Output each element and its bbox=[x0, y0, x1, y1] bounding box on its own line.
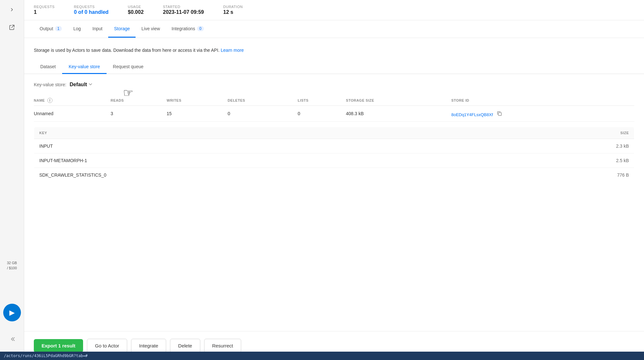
table-row: Unnamed 3 15 0 0 408.3 kB 8oEDq1Y4FLsxQB… bbox=[34, 106, 634, 122]
tab-live-view-label: Live view bbox=[141, 26, 160, 31]
kv-table-row: SDK_CRAWLER_STATISTICS_0 776 B bbox=[34, 168, 634, 182]
stats-row: REQUESTS 1 REQUESTS 0 of 0 handled USAGE… bbox=[24, 0, 644, 20]
sub-tab-request-queue[interactable]: Request queue bbox=[107, 60, 150, 74]
kv-cell-size: 2.3 kB bbox=[496, 139, 634, 153]
run-button[interactable]: ▶ bbox=[3, 304, 21, 321]
sidebar-collapse-button[interactable] bbox=[3, 334, 21, 344]
stat-handled: REQUESTS 0 of 0 handled bbox=[74, 5, 109, 15]
kv-cell-size: 776 B bbox=[496, 168, 634, 182]
sub-tab-request-queue-label: Request queue bbox=[113, 64, 144, 69]
tab-output[interactable]: Output 1 bbox=[34, 20, 68, 38]
stat-duration-label: DURATION bbox=[223, 5, 243, 9]
tab-input-label: Input bbox=[92, 26, 102, 31]
tab-output-label: Output bbox=[40, 26, 53, 31]
kv-cell-key: INPUT-METAMORPH-1 bbox=[34, 153, 496, 168]
tab-log[interactable]: Log bbox=[68, 20, 87, 38]
col-reads: READS bbox=[111, 95, 167, 106]
stat-handled-label: REQUESTS bbox=[74, 5, 95, 9]
sub-tab-key-value-store[interactable]: Key-value store bbox=[62, 60, 106, 74]
col-store-id: STORE ID bbox=[451, 95, 634, 106]
col-storage-size: STORAGE SIZE bbox=[346, 95, 451, 106]
cell-store-id: 8oEDq1Y4FLsxQB8Xf bbox=[451, 106, 634, 122]
col-name: NAME i bbox=[34, 95, 111, 106]
tab-integrations-label: Integrations bbox=[172, 26, 195, 31]
kv-cell-key: SDK_CRAWLER_STATISTICS_0 bbox=[34, 168, 496, 182]
stat-usage: USAGE $0.002 bbox=[128, 5, 144, 15]
kv-inner-table-area: KEY SIZE INPUT 2.3 kB INPUT-METAMORPH-1 … bbox=[24, 127, 644, 182]
sub-tabs-row: Dataset Key-value store Request queue bbox=[24, 60, 644, 74]
sub-tab-key-value-store-label: Key-value store bbox=[69, 64, 100, 69]
stat-started: STARTED 2023-11-07 09:59 bbox=[163, 5, 204, 15]
kv-table-row: INPUT 2.3 kB bbox=[34, 139, 634, 153]
sidebar-external-link-icon[interactable] bbox=[5, 21, 18, 34]
kv-cell-size: 2.5 kB bbox=[496, 153, 634, 168]
col-writes: WRITES bbox=[167, 95, 228, 106]
tab-live-view[interactable]: Live view bbox=[136, 20, 166, 38]
cell-storage-size: 408.3 kB bbox=[346, 106, 451, 122]
sidebar-collapse-chevron[interactable] bbox=[7, 5, 17, 14]
learn-more-link[interactable]: Learn more bbox=[221, 48, 244, 53]
stat-usage-label: USAGE bbox=[128, 5, 141, 9]
cell-reads: 3 bbox=[111, 106, 167, 122]
cell-writes: 15 bbox=[167, 106, 228, 122]
svg-rect-1 bbox=[498, 113, 501, 115]
sub-tab-dataset[interactable]: Dataset bbox=[34, 60, 62, 74]
description-text: Storage is used by Actors to save data. … bbox=[34, 48, 220, 53]
stat-requests-label: REQUESTS bbox=[34, 5, 55, 9]
tabs-row: Output 1 Log Input Storage Live view Int… bbox=[24, 20, 644, 38]
sub-tab-dataset-label: Dataset bbox=[40, 64, 56, 69]
kv-inner-table: KEY SIZE INPUT 2.3 kB INPUT-METAMORPH-1 … bbox=[34, 127, 634, 182]
kv-table-row: INPUT-METAMORPH-1 2.5 kB bbox=[34, 153, 634, 168]
stat-started-label: STARTED bbox=[163, 5, 180, 9]
store-id-link[interactable]: 8oEDq1Y4FLsxQB8Xf bbox=[451, 112, 493, 117]
tab-integrations-badge: 0 bbox=[197, 26, 204, 31]
url-bar: /actors/runs/436iL5PdaGRhd9bGR?tab=# bbox=[0, 352, 644, 360]
chevron-down-icon bbox=[88, 82, 93, 88]
sidebar: 32 GB / $100 ▶ bbox=[0, 0, 24, 360]
stat-requests: REQUESTS 1 bbox=[34, 5, 55, 15]
page-wrapper: 32 GB / $100 ▶ REQUESTS 1 REQUESTS 0 of … bbox=[0, 0, 644, 360]
kv-main-table: NAME i READS WRITES DELETES LISTS STORAG… bbox=[34, 95, 634, 122]
tab-log-label: Log bbox=[73, 26, 81, 31]
copy-store-id-button[interactable] bbox=[496, 110, 503, 117]
table-area: NAME i READS WRITES DELETES LISTS STORAG… bbox=[24, 95, 644, 122]
kv-col-key: KEY bbox=[34, 127, 496, 139]
stat-handled-value: 0 of 0 handled bbox=[74, 9, 109, 15]
kv-col-size: SIZE bbox=[496, 127, 634, 139]
stat-requests-value: 1 bbox=[34, 9, 37, 15]
stat-duration: DURATION 12 s bbox=[223, 5, 243, 15]
export-button[interactable]: Export 1 result bbox=[34, 339, 83, 352]
tab-integrations[interactable]: Integrations 0 bbox=[166, 20, 210, 38]
tab-output-badge: 1 bbox=[55, 26, 62, 31]
col-lists: LISTS bbox=[298, 95, 346, 106]
kv-store-label: Key-value store: bbox=[34, 82, 66, 87]
tab-storage[interactable]: Storage bbox=[108, 20, 136, 38]
svg-line-0 bbox=[12, 25, 14, 28]
main-content: REQUESTS 1 REQUESTS 0 of 0 handled USAGE… bbox=[24, 0, 644, 360]
name-info-icon[interactable]: i bbox=[47, 98, 52, 103]
description-area: Storage is used by Actors to save data. … bbox=[24, 38, 644, 60]
sidebar-storage-value: 32 GB bbox=[7, 261, 17, 265]
cell-name: Unnamed bbox=[34, 106, 111, 122]
tab-storage-label: Storage bbox=[114, 26, 130, 31]
col-deletes: DELETES bbox=[228, 95, 298, 106]
tab-input[interactable]: Input bbox=[87, 20, 108, 38]
cell-lists: 0 bbox=[298, 106, 346, 122]
cell-deletes: 0 bbox=[228, 106, 298, 122]
integrate-button[interactable]: Integrate bbox=[131, 339, 166, 353]
resurrect-button[interactable]: Resurrect bbox=[204, 339, 241, 353]
kv-store-selector: Key-value store: Default bbox=[24, 82, 644, 88]
stat-usage-value: $0.002 bbox=[128, 9, 144, 15]
kv-store-selected: Default bbox=[70, 82, 87, 88]
go-to-actor-button[interactable]: Go to Actor bbox=[87, 339, 127, 353]
sidebar-budget-value: / $100 bbox=[7, 266, 17, 270]
url-text: /actors/runs/436iL5PdaGRhd9bGR?tab=# bbox=[4, 354, 88, 358]
stat-started-value: 2023-11-07 09:59 bbox=[163, 9, 204, 15]
stat-duration-value: 12 s bbox=[223, 9, 233, 15]
delete-button[interactable]: Delete bbox=[170, 339, 200, 353]
kv-store-dropdown[interactable]: Default bbox=[70, 82, 93, 88]
kv-cell-key: INPUT bbox=[34, 139, 496, 153]
